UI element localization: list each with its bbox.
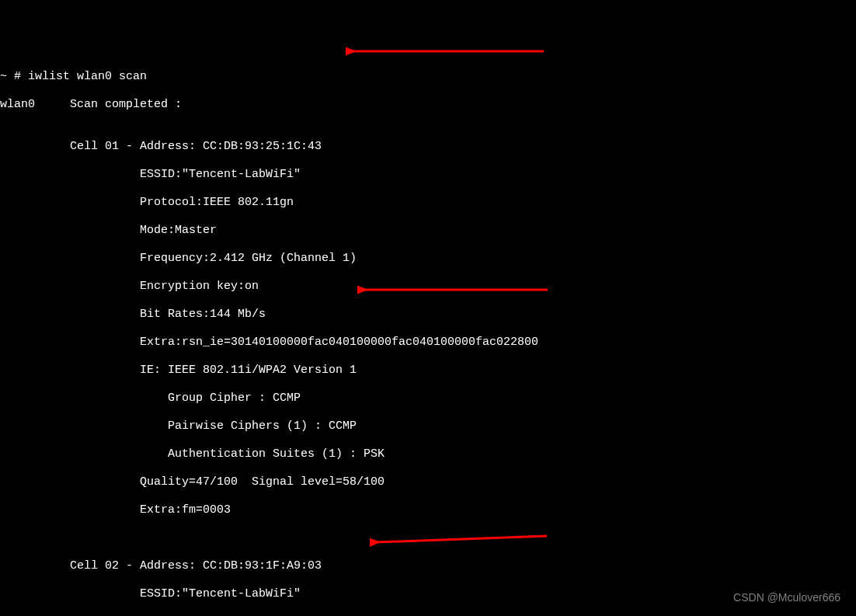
csdn-watermark: CSDN @Mculover666 [733,591,840,604]
cell-01-extra-rsn: Extra:rsn_ie=30140100000fac040100000fac0… [0,336,856,350]
cell-02-block: Cell 02 - Address: CC:DB:93:1F:A9:03 ESS… [0,545,856,616]
cell-01-cipher: Group Cipher : CCMP [0,392,856,405]
cell-02-essid: ESSID:"Tencent-LabWiFi" [0,587,856,601]
cell-01-extra-fm: Extra:fm=0003 [0,503,856,517]
cell-01-enc: Encryption key:on [0,280,856,294]
cell-01-protocol: Protocol:IEEE 802.11gn [0,196,856,210]
cell-01-mode: Mode:Master [0,224,856,238]
cell-01-pairwise: Pairwise Ciphers (1) : CCMP [0,419,856,433]
cell-01-auth: Authentication Suites (1) : PSK [0,447,856,461]
cell-01-essid: ESSID:"Tencent-LabWiFi" [0,168,856,182]
cell-01-block: Cell 01 - Address: CC:DB:93:25:1C:43 ESS… [0,126,856,531]
cell-02-address: Cell 02 - Address: CC:DB:93:1F:A9:03 [0,559,856,573]
command-line: ~ # iwlist wlan0 scan [0,70,856,84]
terminal-output: ~ # iwlist wlan0 scan wlan0 Scan complet… [0,56,856,616]
scan-header: wlan0 Scan completed : [0,98,856,112]
cell-01-freq: Frequency:2.412 GHz (Channel 1) [0,252,856,266]
cell-01-ie: IE: IEEE 802.11i/WPA2 Version 1 [0,364,856,378]
cell-01-bitrate: Bit Rates:144 Mb/s [0,308,856,322]
cell-01-quality: Quality=47/100 Signal level=58/100 [0,475,856,489]
cell-01-address: Cell 01 - Address: CC:DB:93:25:1C:43 [0,140,856,154]
